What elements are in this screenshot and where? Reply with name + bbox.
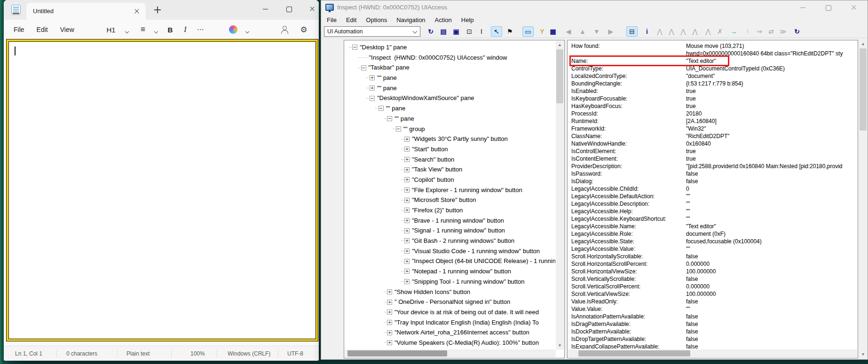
property-row[interactable]: ProcessId:20180 xyxy=(571,110,857,117)
tree-item[interactable]: +"Microsoft Store" button xyxy=(345,195,555,205)
tree-item[interactable]: +"Your device is at risk of being out of… xyxy=(345,307,555,318)
tree-item[interactable]: +"Brave - 1 running window" button xyxy=(345,216,555,226)
maximize-button[interactable] xyxy=(278,0,299,19)
expand-icon[interactable]: + xyxy=(404,248,410,254)
property-row[interactable]: LegacyIAccessible.ChildId:0 xyxy=(571,185,857,193)
property-row[interactable]: ControlType:UIA_DocumentControlTypeId (0… xyxy=(571,65,857,72)
element-info-icon[interactable]: i xyxy=(641,26,653,37)
property-row[interactable]: IsContentElement:true xyxy=(571,155,857,163)
inspect-maximize-button[interactable] xyxy=(818,2,838,13)
copy-icon[interactable]: ▤ xyxy=(438,26,449,37)
tree-item[interactable]: +"Task View" button xyxy=(345,164,555,175)
italic-button[interactable]: I xyxy=(180,24,191,35)
notepad-menu-edit[interactable]: Edit xyxy=(31,23,54,37)
props-hscroll-thumb[interactable] xyxy=(578,350,690,356)
expand-icon[interactable]: + xyxy=(404,218,410,223)
grid-icon[interactable]: ▦ xyxy=(547,26,559,37)
collapse-icon[interactable]: − xyxy=(370,96,375,101)
filter-icon[interactable]: Y xyxy=(537,26,548,37)
expand-icon[interactable]: + xyxy=(404,147,410,152)
tree-item[interactable]: +" OneDrive - PersonalNot signed in" but… xyxy=(345,297,555,307)
tree-item[interactable]: +"Search" button xyxy=(345,155,555,165)
expand-icon[interactable]: + xyxy=(370,85,375,91)
tree-item[interactable]: −"DesktopWindowXamlSource" pane xyxy=(345,93,555,103)
property-row[interactable]: IsDropTargetPatternAvailable:false xyxy=(571,335,857,343)
property-row[interactable]: Scroll.VerticallyScrollable:false xyxy=(571,275,857,283)
expand-icon[interactable]: + xyxy=(404,187,410,193)
pattern-skip-icon[interactable]: ≫ xyxy=(777,26,789,37)
tree-vertical-scrollbar[interactable]: ▲ ▼ xyxy=(556,41,564,349)
tree-item[interactable]: +"" pane xyxy=(345,73,555,83)
property-row[interactable]: Scroll.HorizontallyScrollable:false xyxy=(571,253,857,260)
property-row[interactable]: Value.Value:"" xyxy=(571,305,857,313)
tree-item[interactable]: −"" group xyxy=(345,124,555,134)
nav-down-icon[interactable]: ▼ xyxy=(591,26,602,37)
inspect-menu-file[interactable]: File xyxy=(322,16,341,23)
nav-up-icon[interactable]: ▲ xyxy=(577,26,588,37)
property-row[interactable]: BoundingRectangle:{l:53 t:217 r:779 b:85… xyxy=(571,80,857,87)
tree-item[interactable]: +"Tray Input Indicator English (India) E… xyxy=(345,318,555,328)
property-row[interactable]: Scroll.HorizontalViewSize:100.000000 xyxy=(571,268,857,275)
collapse-icon[interactable]: − xyxy=(379,106,384,111)
tree-item[interactable]: +"" pane xyxy=(345,83,555,93)
expand-icon[interactable]: + xyxy=(404,238,410,243)
property-row[interactable]: LegacyIAccessible.Role:document (0xF) xyxy=(571,230,857,238)
tree-item[interactable]: "Inspect (HWND: 0x000C0752) UIAccess" wi… xyxy=(345,53,555,63)
tree-item[interactable]: +"Inspect Object (64-bit UNICODE Release… xyxy=(345,256,555,266)
notepad-menu-file[interactable]: File xyxy=(8,23,31,37)
property-row[interactable]: IsDockPatternAvailable:false xyxy=(571,328,857,335)
scroll-up-icon[interactable]: ▲ xyxy=(859,40,867,48)
tree-horizontal-scrollbar[interactable] xyxy=(345,349,556,357)
tree-item[interactable]: +"File Explorer - 1 running window" butt… xyxy=(345,185,555,195)
expand-icon[interactable]: + xyxy=(387,300,392,305)
tree-item[interactable]: +"Visual Studio Code - 1 running window"… xyxy=(345,246,555,256)
action-icon[interactable]: → xyxy=(728,26,739,37)
property-row[interactable]: IsPassword:false xyxy=(571,170,857,178)
more-options-button[interactable]: ⋯ xyxy=(195,24,206,35)
nav-right-icon[interactable]: ▶ xyxy=(605,26,616,37)
new-tab-button[interactable] xyxy=(154,7,161,13)
expand-icon[interactable]: + xyxy=(404,137,410,142)
inspect-close-button[interactable] xyxy=(843,2,864,13)
caret-icon[interactable]: I xyxy=(476,26,487,37)
tree-item[interactable]: +"Firefox (2)" button xyxy=(345,205,555,216)
property-row[interactable]: IsAnnotationPatternAvailable:false xyxy=(571,313,857,320)
tree-vscroll-thumb[interactable] xyxy=(556,49,563,103)
bold-button[interactable]: B xyxy=(165,24,176,35)
property-row[interactable]: Scroll.HorizontalScrollPercent:0.000000 xyxy=(571,260,857,268)
property-row[interactable]: Scroll.VerticalViewSize:100.000000 xyxy=(571,290,857,298)
tree-prev-sibling-icon[interactable]: ⋀ xyxy=(689,26,701,37)
props-horizontal-scrollbar[interactable] xyxy=(568,349,857,357)
pattern-swap-icon[interactable]: ⇄ xyxy=(765,26,777,37)
property-row[interactable]: IsDialog:false xyxy=(571,178,857,185)
tree-item[interactable]: +"Notepad - 1 running window" button xyxy=(345,266,555,277)
tree-item[interactable]: +"Copilot" button xyxy=(345,175,555,185)
property-row[interactable]: IsDragPatternAvailable:false xyxy=(571,320,857,328)
scroll-down-icon[interactable]: ▼ xyxy=(859,350,867,358)
property-row[interactable]: IsControlElement:true xyxy=(571,147,857,155)
focus-rect-icon[interactable]: ⊡ xyxy=(464,26,475,37)
highlight-window-icon[interactable]: ▭ xyxy=(522,26,534,37)
property-row[interactable]: RuntimeId:[2A.160840] xyxy=(571,117,857,125)
property-row[interactable]: LegacyIAccessible.Description:"" xyxy=(571,200,857,208)
copilot-button[interactable] xyxy=(228,24,239,35)
pattern-forward-icon[interactable]: ⇒ xyxy=(754,26,765,37)
property-row[interactable]: IsKeyboardFocusable:true xyxy=(571,95,857,102)
expand-icon[interactable]: + xyxy=(387,330,392,335)
scroll-up-icon[interactable]: ▲ xyxy=(556,41,564,49)
tree-view-icon[interactable]: ⊟ xyxy=(626,26,638,37)
list-icon[interactable]: ≡ xyxy=(137,24,149,35)
property-row[interactable]: ClassName:"RichEditD2DPT" xyxy=(571,132,857,140)
notepad-tab-untitled[interactable]: Untitled xyxy=(26,3,146,20)
highlight-settings-icon[interactable]: ▣ xyxy=(450,26,462,37)
expand-icon[interactable]: + xyxy=(387,310,392,315)
property-row[interactable]: LegacyIAccessible.DefaultAction:"" xyxy=(571,193,857,200)
tree-item[interactable]: +"Signal - 1 running window" button xyxy=(345,225,555,236)
tree-item[interactable]: +"Widgets 30°C Partly sunny" button xyxy=(345,134,555,144)
property-row[interactable]: LocalizedControlType:"document" xyxy=(571,72,857,80)
expand-icon[interactable]: + xyxy=(387,340,392,345)
tree-hscroll-thumb[interactable] xyxy=(347,350,447,356)
expand-icon[interactable]: + xyxy=(404,198,410,203)
nav-left-icon[interactable]: ◀ xyxy=(563,26,574,37)
property-row[interactable]: LegacyIAccessible.Value:"" xyxy=(571,245,857,253)
